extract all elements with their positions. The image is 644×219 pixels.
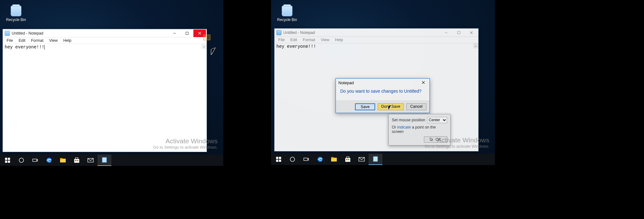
text-caret <box>44 45 45 50</box>
taskbar-notepad[interactable] <box>369 154 382 165</box>
menu-edit[interactable]: Edit <box>288 37 300 42</box>
svg-rect-29 <box>304 158 308 161</box>
popover-hint: Or indicate a point on the screen <box>392 125 447 134</box>
menu-view[interactable]: View <box>318 37 332 42</box>
edge-icon[interactable] <box>313 154 327 165</box>
svg-point-8 <box>19 158 24 162</box>
menu-view[interactable]: View <box>47 38 60 43</box>
recycle-bin-icon <box>11 6 21 16</box>
notepad-icon <box>276 30 281 35</box>
activation-watermark: Activate Windows Go to Settings to activ… <box>153 137 218 150</box>
cancel-button[interactable]: Cancel <box>406 103 426 110</box>
edge-icon[interactable] <box>42 155 56 166</box>
file-explorer-icon[interactable] <box>327 154 341 165</box>
file-explorer-icon[interactable] <box>56 155 70 166</box>
store-icon[interactable] <box>70 155 84 166</box>
editor-content: hey everyone!!! <box>276 44 316 49</box>
menubar: File Edit Format View Help <box>275 37 478 43</box>
watermark-title: Activate Windows <box>153 137 218 145</box>
window-title: Untitled - Notepad <box>12 31 43 36</box>
start-button[interactable] <box>1 155 14 166</box>
svg-rect-13 <box>60 158 63 159</box>
close-button[interactable] <box>465 29 478 36</box>
svg-rect-39 <box>373 156 378 162</box>
maximize-button[interactable] <box>452 29 465 36</box>
menu-file[interactable]: File <box>276 37 287 42</box>
recycle-bin-label: Recycle Bin <box>276 18 298 22</box>
menu-format[interactable]: Format <box>29 38 46 43</box>
svg-rect-24 <box>276 157 278 159</box>
watermark-title: Activate Windows <box>425 136 489 144</box>
svg-rect-16 <box>75 160 76 161</box>
menu-file[interactable]: File <box>4 38 15 43</box>
close-button[interactable] <box>193 30 206 37</box>
desktop-left: Recycle Bin Untitled - Notepad File Edit… <box>0 0 223 166</box>
dialog-title: Notepad <box>338 80 354 85</box>
watermark-sub: Go to Settings to activate Windows. <box>425 144 489 149</box>
dont-save-button[interactable]: Don't Save <box>378 103 404 110</box>
scroll-up-button[interactable]: ▴ <box>473 43 478 48</box>
dialog-button-row: Save Don't Save Cancel <box>336 101 430 113</box>
menubar: File Edit Format View Help <box>3 37 207 44</box>
cortana-search-icon[interactable] <box>286 154 299 165</box>
dialog-close-button[interactable]: ✕ <box>419 80 427 85</box>
svg-rect-21 <box>458 31 460 34</box>
svg-rect-33 <box>331 157 334 158</box>
taskbar <box>271 154 495 165</box>
menu-format[interactable]: Format <box>300 37 318 42</box>
svg-rect-10 <box>37 159 38 162</box>
editor-content: hey everyone!!! <box>5 45 44 50</box>
window-title: Untitled - Notepad <box>283 30 315 35</box>
maximize-button[interactable] <box>181 30 193 37</box>
svg-rect-25 <box>279 157 281 159</box>
menu-help[interactable]: Help <box>61 38 74 43</box>
minimize-button[interactable] <box>440 29 452 36</box>
text-editor[interactable]: hey everyone!!! ▴ <box>3 44 207 152</box>
recycle-bin[interactable]: Recycle Bin <box>5 6 27 22</box>
popover-label: Set mouse position <box>392 118 425 122</box>
menu-help[interactable]: Help <box>332 37 346 42</box>
svg-rect-19 <box>102 157 107 162</box>
svg-rect-5 <box>8 158 10 160</box>
minimize-button[interactable] <box>168 30 181 37</box>
taskbar-notepad[interactable] <box>97 155 111 166</box>
save-button[interactable]: Save <box>355 103 375 110</box>
start-button[interactable] <box>272 154 286 165</box>
svg-rect-37 <box>348 159 349 160</box>
svg-rect-1 <box>186 32 188 35</box>
recycle-bin[interactable]: Recycle Bin <box>276 6 298 22</box>
store-icon[interactable] <box>341 154 355 165</box>
indicate-link[interactable]: indicate <box>397 125 411 129</box>
task-view-icon[interactable] <box>28 155 42 166</box>
svg-rect-36 <box>346 159 347 160</box>
recycle-bin-icon <box>282 6 292 16</box>
cortana-search-icon[interactable] <box>14 155 28 166</box>
save-dialog: Notepad ✕ Do you want to save changes to… <box>336 78 430 113</box>
task-view-icon[interactable] <box>299 154 313 165</box>
svg-rect-4 <box>5 158 7 160</box>
svg-rect-7 <box>8 161 10 163</box>
mail-icon[interactable] <box>355 154 369 165</box>
titlebar[interactable]: Untitled - Notepad <box>3 29 207 37</box>
svg-rect-27 <box>279 160 281 162</box>
dialog-message: Do you want to save changes to Untitled? <box>336 87 430 101</box>
notepad-window: Untitled - Notepad File Edit Format View… <box>274 28 479 151</box>
svg-point-28 <box>290 157 295 162</box>
svg-rect-14 <box>74 159 79 163</box>
dialog-titlebar[interactable]: Notepad ✕ <box>336 79 430 87</box>
activation-watermark: Activate Windows Go to Settings to activ… <box>425 136 489 149</box>
mail-icon[interactable] <box>84 155 97 166</box>
desktop-right: Recycle Bin Untitled - Notepad File Edit… <box>271 0 495 165</box>
recycle-bin-label: Recycle Bin <box>5 18 27 22</box>
taskbar <box>0 155 223 166</box>
menu-edit[interactable]: Edit <box>16 38 28 43</box>
watermark-sub: Go to Settings to activate Windows. <box>153 145 218 150</box>
svg-rect-34 <box>345 158 350 162</box>
mouse-position-select[interactable]: Center <box>427 117 447 123</box>
titlebar[interactable]: Untitled - Notepad <box>275 29 478 37</box>
notepad-window: Untitled - Notepad File Edit Format View… <box>3 29 207 152</box>
scroll-up-button[interactable]: ▴ <box>202 44 207 49</box>
svg-rect-26 <box>276 160 278 162</box>
svg-rect-30 <box>308 158 309 161</box>
svg-rect-6 <box>5 161 7 163</box>
